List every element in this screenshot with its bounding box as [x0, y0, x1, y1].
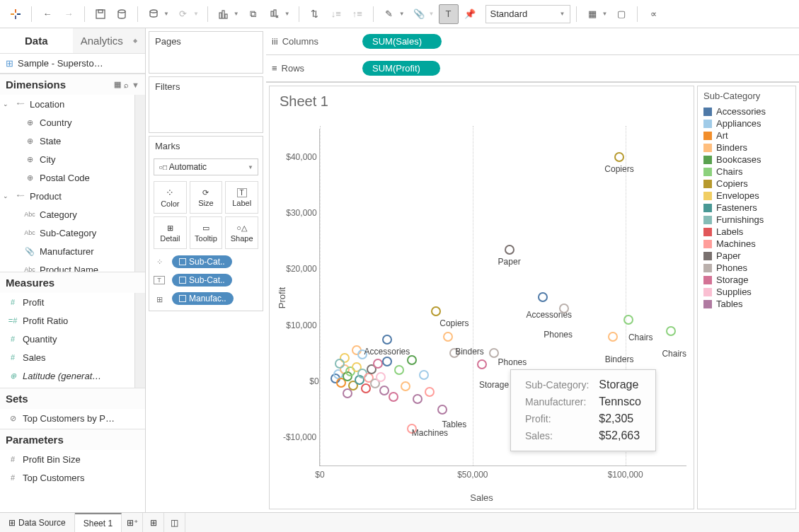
sort-desc-icon[interactable]: ↑≡: [347, 4, 367, 24]
legend-item[interactable]: Furnishings: [701, 214, 793, 226]
legend-item[interactable]: Bookcases: [701, 154, 793, 166]
data-point[interactable]: [419, 370, 429, 380]
highlight-icon[interactable]: ✎: [379, 4, 399, 24]
legend-item[interactable]: Chairs: [701, 166, 793, 178]
forward-icon[interactable]: →: [59, 4, 79, 24]
tab-sheet1[interactable]: Sheet 1: [75, 513, 122, 532]
measure-latitude[interactable]: Latitude (generat…: [0, 366, 145, 385]
color-legend[interactable]: Sub-Category AccessoriesAppliancesArtBin…: [697, 86, 796, 509]
data-point[interactable]: [443, 332, 453, 342]
fit-dropdown[interactable]: Standard▼: [485, 5, 570, 23]
rows-pill[interactable]: SUM(Profit): [362, 61, 440, 76]
new-dashboard-icon[interactable]: ⊞: [143, 513, 164, 532]
data-point[interactable]: [361, 383, 371, 393]
mark-shape-button[interactable]: ○△Shape: [225, 216, 258, 249]
set-topcustomers[interactable]: ⊘Top Customers by P…: [0, 409, 145, 427]
dim-category[interactable]: AbcCategory: [0, 205, 145, 224]
data-point[interactable]: [666, 326, 676, 336]
dim-city[interactable]: City: [0, 150, 145, 168]
data-point[interactable]: [343, 388, 352, 398]
legend-item[interactable]: Supplies: [701, 286, 793, 298]
data-point[interactable]: [382, 357, 392, 366]
data-point[interactable]: [394, 365, 404, 375]
data-point[interactable]: [437, 405, 447, 415]
dim-manufacturer[interactable]: 📎Manufacturer: [0, 242, 145, 260]
data-point[interactable]: [389, 392, 398, 402]
dim-location[interactable]: ⌄⬳Location: [0, 95, 145, 113]
marks-pill-subcat-label[interactable]: Sub-Cat..: [172, 274, 232, 287]
columns-shelf[interactable]: iiiColumns SUM(Sales): [266, 28, 799, 55]
data-point[interactable]: [431, 306, 441, 316]
marks-pill-manuf[interactable]: Manufac..: [172, 292, 234, 305]
pin-icon[interactable]: 📌: [460, 4, 480, 24]
param-profitbin[interactable]: #Profit Bin Size: [0, 450, 145, 468]
param-topcust[interactable]: #Top Customers: [0, 468, 145, 487]
marks-type-dropdown[interactable]: ○□ Automatic▼: [154, 158, 258, 175]
dim-product[interactable]: ⌄⬳Product: [0, 187, 145, 205]
tableau-logo-icon[interactable]: [6, 4, 25, 24]
legend-item[interactable]: Labels: [701, 226, 793, 238]
data-point[interactable]: [608, 332, 618, 342]
sheet-title[interactable]: Sheet 1: [275, 92, 688, 111]
new-datasource-icon[interactable]: [112, 4, 132, 24]
legend-item[interactable]: Art: [701, 129, 793, 141]
measure-profitratio[interactable]: =#Profit Ratio: [0, 311, 145, 330]
presentation-icon[interactable]: ▢: [611, 4, 631, 24]
measure-sales[interactable]: #Sales: [0, 348, 145, 366]
data-point[interactable]: [623, 315, 633, 325]
search-icon[interactable]: ⌕: [124, 81, 129, 89]
mark-tooltip-button[interactable]: ▭Tooltip: [190, 216, 223, 249]
data-point[interactable]: [373, 359, 383, 369]
view-list-icon[interactable]: ▦: [114, 80, 121, 89]
data-point[interactable]: [477, 359, 487, 369]
data-point[interactable]: [505, 245, 515, 255]
save-icon[interactable]: [91, 4, 110, 24]
data-point[interactable]: [489, 348, 499, 358]
group-icon[interactable]: 📎: [409, 4, 429, 24]
show-me-icon[interactable]: ▦: [582, 4, 602, 24]
duplicate-icon[interactable]: ⧉: [243, 4, 263, 24]
data-point[interactable]: [413, 394, 423, 404]
data-point[interactable]: [407, 355, 417, 365]
autoupdate-icon[interactable]: [144, 4, 163, 24]
data-point[interactable]: [559, 303, 569, 313]
sort-asc-icon[interactable]: ↓≡: [326, 4, 346, 24]
data-point[interactable]: [335, 359, 345, 369]
data-point[interactable]: [614, 152, 624, 162]
show-labels-icon[interactable]: T: [439, 4, 459, 24]
legend-item[interactable]: Binders: [701, 141, 793, 154]
pages-card[interactable]: Pages: [149, 31, 263, 74]
marks-pill-subcat-color[interactable]: Sub-Cat..: [172, 255, 232, 268]
tab-analytics[interactable]: Analytics◆: [73, 28, 146, 53]
legend-item[interactable]: Envelopes: [701, 190, 793, 202]
measure-quantity[interactable]: #Quantity: [0, 330, 145, 348]
legend-item[interactable]: Machines: [701, 238, 793, 250]
datasource-row[interactable]: ⊞ Sample - Supersto…: [0, 54, 145, 74]
legend-item[interactable]: Appliances: [701, 117, 793, 129]
refresh-icon[interactable]: ⟳: [173, 4, 193, 24]
data-point[interactable]: [376, 372, 386, 382]
rows-shelf[interactable]: ≡Rows SUM(Profit): [266, 55, 799, 82]
data-point[interactable]: [382, 335, 392, 345]
new-sheet-icon[interactable]: ⊞⁺: [122, 513, 143, 532]
data-point[interactable]: [379, 386, 389, 395]
columns-pill[interactable]: SUM(Sales): [362, 34, 442, 49]
data-point[interactable]: [401, 381, 410, 391]
legend-item[interactable]: Paper: [701, 250, 793, 262]
mark-detail-button[interactable]: ⊞Detail: [154, 216, 187, 249]
new-worksheet-icon[interactable]: [214, 4, 234, 24]
mark-color-button[interactable]: ⁘Color: [154, 181, 187, 214]
tab-datasource[interactable]: ⊞Data Source: [0, 513, 75, 532]
mark-label-button[interactable]: TLabel: [225, 181, 258, 214]
filters-card[interactable]: Filters: [149, 76, 263, 133]
dim-postal[interactable]: Postal Code: [0, 168, 145, 187]
measure-profit[interactable]: #Profit: [0, 293, 145, 311]
chart-viewport[interactable]: Sheet 1 Profit Sales -$10,000$0$10,000$2…: [269, 86, 694, 509]
legend-item[interactable]: Fasteners: [701, 202, 793, 214]
legend-item[interactable]: Tables: [701, 298, 793, 310]
data-point[interactable]: [538, 292, 548, 302]
clear-icon[interactable]: [265, 4, 284, 24]
tab-data[interactable]: Data: [0, 28, 73, 53]
share-icon[interactable]: ∝: [643, 4, 663, 24]
back-icon[interactable]: ←: [38, 4, 57, 24]
